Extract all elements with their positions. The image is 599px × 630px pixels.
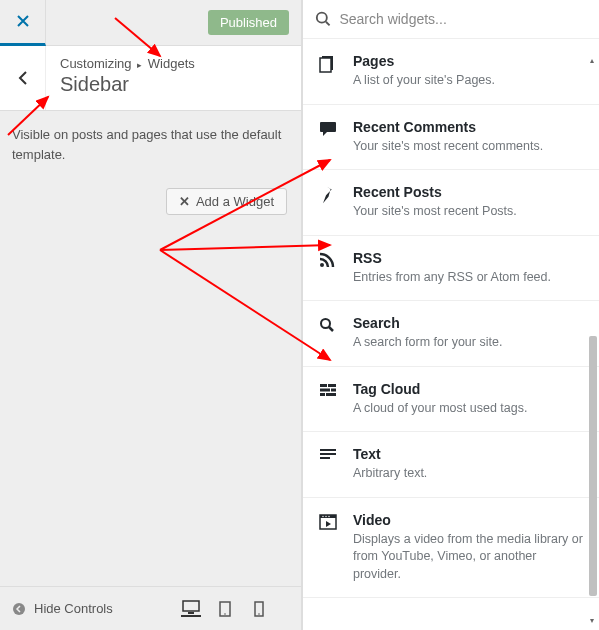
widget-item-video[interactable]: Video Displays a video from the media li… [303,498,599,599]
svg-rect-15 [328,384,336,387]
widget-desc: Your site's most recent Posts. [353,203,583,221]
svg-rect-18 [320,393,325,396]
scrollbar-thumb[interactable] [589,336,597,596]
widget-item-rss[interactable]: RSS Entries from any RSS or Atom feed. [303,236,599,302]
svg-rect-1 [183,601,199,611]
collapse-icon [12,602,26,616]
comment-icon [319,121,337,137]
widget-desc: A list of your site's Pages. [353,72,583,90]
text-icon [319,448,337,460]
close-icon [15,13,31,29]
topbar: Published [0,0,301,46]
svg-point-6 [258,613,260,615]
search-bar[interactable] [303,0,599,39]
widget-desc: Displays a video from the media library … [353,531,583,584]
search-input[interactable] [339,11,587,27]
widget-desc: A search form for your site. [353,334,583,352]
widget-title: Text [353,446,583,462]
chevron-left-icon [17,69,29,87]
svg-rect-21 [320,453,336,455]
widget-title: RSS [353,250,583,266]
scrollbar[interactable]: ▴ ▾ [587,56,597,626]
page-title: Sidebar [60,73,287,96]
widget-item-tag-cloud[interactable]: Tag Cloud A cloud of your most used tags… [303,367,599,433]
tablet-icon [219,601,231,617]
close-button[interactable] [0,0,46,46]
svg-point-7 [317,13,327,23]
back-button[interactable] [0,46,46,110]
scroll-up-icon[interactable]: ▴ [587,56,597,66]
svg-rect-2 [188,612,194,614]
svg-point-4 [224,613,226,615]
breadcrumb-child: Widgets [148,56,195,71]
hide-controls-button[interactable]: Hide Controls [12,601,113,616]
widget-title: Tag Cloud [353,381,583,397]
svg-rect-10 [320,58,331,72]
widget-title: Pages [353,53,583,69]
breadcrumb-parent: Customizing [60,56,132,71]
tag-cloud-icon [319,383,337,397]
svg-point-12 [321,319,330,328]
pages-icon [319,55,335,73]
sidebar-description: Visible on posts and pages that use the … [0,111,301,178]
widget-title: Search [353,315,583,331]
widget-title: Recent Posts [353,184,583,200]
widget-title: Video [353,512,583,528]
widget-title: Recent Comments [353,119,583,135]
device-desktop-button[interactable] [181,601,201,617]
svg-line-8 [326,22,330,26]
breadcrumb-separator-icon: ▸ [137,60,142,70]
svg-point-26 [325,515,326,516]
mobile-icon [254,601,264,617]
widget-item-search[interactable]: Search A search form for your site. [303,301,599,367]
svg-point-27 [328,515,329,516]
widget-item-pages[interactable]: Pages A list of your site's Pages. [303,39,599,105]
widget-item-text[interactable]: Text Arbitrary text. [303,432,599,498]
svg-line-13 [329,327,333,331]
svg-point-11 [320,263,324,267]
search-icon [315,10,331,28]
svg-rect-17 [331,388,336,391]
header-section: Customizing ▸ Widgets Sidebar [0,46,301,111]
published-badge: Published [208,10,289,35]
pin-icon [319,186,335,204]
scroll-down-icon[interactable]: ▾ [587,616,597,626]
svg-rect-20 [320,449,336,451]
widget-item-recent-comments[interactable]: Recent Comments Your site's most recent … [303,105,599,171]
widget-desc: Entries from any RSS or Atom feed. [353,269,583,287]
add-widget-button[interactable]: ✕ Add a Widget [166,188,287,215]
svg-point-0 [13,603,25,615]
svg-rect-14 [320,384,327,387]
device-mobile-button[interactable] [249,601,269,617]
svg-rect-19 [326,393,336,396]
hide-controls-label: Hide Controls [34,601,113,616]
svg-rect-22 [320,457,330,459]
search-icon [319,317,335,333]
rss-icon [319,252,335,268]
close-icon: ✕ [179,194,190,209]
device-tablet-button[interactable] [215,601,235,617]
desktop-icon [182,600,200,614]
video-icon [319,514,337,530]
widget-desc: Arbitrary text. [353,465,583,483]
svg-point-25 [322,515,323,516]
widget-item-recent-posts[interactable]: Recent Posts Your site's most recent Pos… [303,170,599,236]
breadcrumb: Customizing ▸ Widgets [60,56,287,71]
svg-rect-16 [320,388,330,391]
widget-desc: Your site's most recent comments. [353,138,583,156]
bottom-controls: Hide Controls [0,586,301,630]
widget-desc: A cloud of your most used tags. [353,400,583,418]
widget-list: Pages A list of your site's Pages. Recen… [303,39,599,630]
add-widget-label: Add a Widget [196,194,274,209]
